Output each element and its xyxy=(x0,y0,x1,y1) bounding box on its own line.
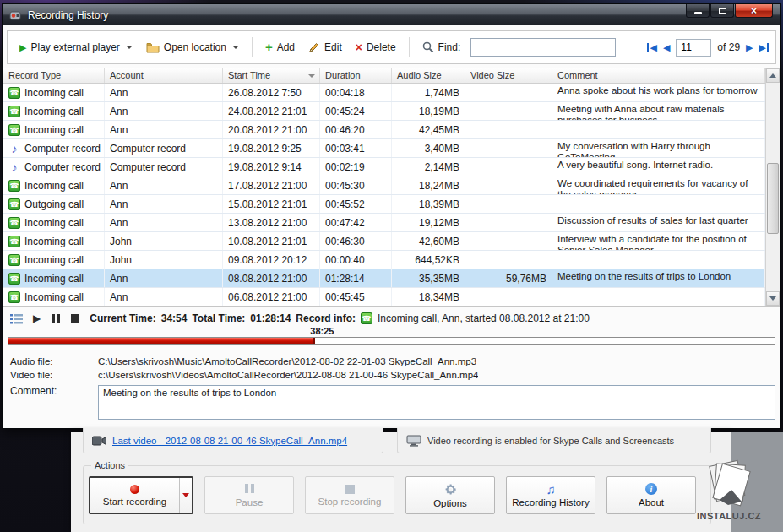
duration-cell: 00:47:42 xyxy=(320,214,392,231)
record-type-cell: Computer record xyxy=(24,161,101,173)
video-file-label: Video file: xyxy=(10,370,98,380)
pause-button[interactable] xyxy=(51,314,61,323)
instaluj-logo xyxy=(703,456,755,507)
comment-cell: We coordinated requirements for vacancy … xyxy=(552,176,765,194)
page-navigation: ◀ ◀ of 29 ▶ ▶ xyxy=(647,39,769,57)
stop-button[interactable] xyxy=(71,314,79,323)
chevron-down-icon xyxy=(232,46,239,49)
toolbar-separator xyxy=(252,37,253,57)
add-button[interactable]: + Add xyxy=(260,37,300,57)
delete-button[interactable]: × Delete xyxy=(351,37,401,57)
minimize-icon xyxy=(694,12,702,14)
table-row[interactable]: ☎Incoming call John 09.08.2012 20:12 00:… xyxy=(3,251,765,269)
titlebar[interactable]: Recording History × xyxy=(3,4,780,25)
column-header-duration[interactable]: Duration xyxy=(320,68,392,83)
record-type-cell: Incoming call xyxy=(24,236,84,247)
find-group: Find: xyxy=(417,37,466,57)
last-video-link[interactable]: Last video - 2012-08-08 21-00-46 SkypeCa… xyxy=(112,436,347,446)
start-time-cell: 08.08.2012 21:00 xyxy=(223,269,320,287)
minimize-button[interactable] xyxy=(686,4,710,18)
account-cell: Ann xyxy=(105,102,223,120)
scroll-down-button[interactable] xyxy=(766,291,780,306)
start-recording-main[interactable]: Start recording xyxy=(90,478,179,513)
column-header-account[interactable]: Account xyxy=(105,68,223,83)
column-header-start-time[interactable]: Start Time xyxy=(223,68,320,83)
column-header-video-size[interactable]: Video Size xyxy=(465,68,552,83)
incoming-call-icon: ☎ xyxy=(8,236,20,247)
edit-button[interactable]: Edit xyxy=(303,37,347,57)
start-time-cell: 09.08.2012 20:12 xyxy=(223,251,320,269)
table-row[interactable]: ☎Incoming call Ann 24.08.2012 21:01 00:4… xyxy=(3,102,765,121)
table-row[interactable]: ☎Incoming call Ann 08.08.2012 21:00 01:2… xyxy=(3,269,765,288)
table-row[interactable]: ☎Incoming call Ann 20.08.2012 21:00 00:4… xyxy=(3,121,765,139)
account-cell: Ann xyxy=(105,269,223,287)
open-location-button[interactable]: Open location xyxy=(141,37,244,57)
app-icon xyxy=(8,8,22,22)
table-row[interactable]: ☎Incoming call Ann 17.08.2012 21:00 00:4… xyxy=(3,176,765,195)
stop-icon xyxy=(345,485,355,494)
play-button[interactable]: ▶ xyxy=(33,312,41,324)
account-cell: John xyxy=(105,232,223,250)
record-type-cell: Outgoing call xyxy=(24,198,84,210)
comment-box[interactable]: Meeting on the results of trips to Londo… xyxy=(98,385,775,420)
toolbar: ▶ Play external player Open location + A… xyxy=(7,30,776,64)
desktop: Recording History × ▶ Play external play… xyxy=(0,0,783,532)
page-number-input[interactable] xyxy=(676,39,711,57)
outgoing-call-icon: ☎ xyxy=(8,198,20,210)
first-page-button[interactable]: ◀ xyxy=(647,42,656,53)
account-cell: Ann xyxy=(105,214,223,231)
actions-label: Actions xyxy=(91,460,128,470)
comment-cell: Meeting on the results of trips to Londo… xyxy=(552,269,765,287)
gear-icon xyxy=(444,483,457,496)
previous-page-button[interactable]: ◀ xyxy=(663,42,670,53)
start-time-cell: 06.08.2012 21:00 xyxy=(223,288,320,306)
column-header-start-time-label: Start Time xyxy=(228,70,270,80)
pause-recording-button[interactable]: Pause xyxy=(204,476,294,514)
recording-history-button[interactable]: ♫ Recording History xyxy=(506,476,595,514)
start-recording-dropdown[interactable] xyxy=(179,478,192,513)
duration-cell: 01:28:14 xyxy=(320,269,392,287)
column-header-audio-size[interactable]: Audio Size xyxy=(392,68,465,83)
last-page-icon xyxy=(767,43,769,52)
start-recording-button[interactable]: Start recording xyxy=(89,476,193,514)
comment-section: Comment: Meeting on the results of trips… xyxy=(3,383,780,420)
video-size-cell xyxy=(465,121,552,138)
options-button[interactable]: Options xyxy=(405,476,495,514)
comment-cell xyxy=(552,288,765,306)
column-header-record-type[interactable]: Record Type xyxy=(3,68,105,83)
pause-icon xyxy=(57,314,60,323)
play-external-player-button[interactable]: ▶ Play external player xyxy=(14,37,138,57)
play-external-player-label: Play external player xyxy=(30,41,119,53)
table-row[interactable]: ♪Computer record Computer record 19.08.2… xyxy=(3,139,765,158)
video-status-panel: Video recording is enabled for Skype Cal… xyxy=(397,428,711,453)
find-input[interactable] xyxy=(470,38,616,57)
vertical-scrollbar[interactable] xyxy=(765,68,780,306)
duration-cell: 00:00:40 xyxy=(320,251,392,269)
maximize-icon xyxy=(719,8,726,14)
video-size-cell: 59,76MB xyxy=(465,269,552,287)
play-icon: ▶ xyxy=(19,42,26,53)
table-row[interactable]: ☎Incoming call Ann 13.08.2012 21:00 00:4… xyxy=(3,214,765,232)
about-button[interactable]: i About xyxy=(606,476,696,514)
audio-size-cell: 644,52KB xyxy=(392,251,465,269)
playlist-icon[interactable] xyxy=(10,313,23,324)
table-row[interactable]: ☎Incoming call Ann 06.08.2012 21:00 00:4… xyxy=(3,288,765,306)
progress-bar[interactable] xyxy=(8,337,775,345)
scrollbar-thumb[interactable] xyxy=(767,163,779,234)
comment-cell: A very beautiful song. Internet radio. xyxy=(552,158,765,176)
record-type-cell: Incoming call xyxy=(24,180,84,192)
table-row[interactable]: ☎Outgoing call Ann 15.08.2012 21:01 00:4… xyxy=(3,195,765,214)
column-header-comment[interactable]: Comment xyxy=(552,68,765,83)
open-location-label: Open location xyxy=(164,41,226,53)
close-button[interactable]: × xyxy=(735,4,773,18)
next-page-button[interactable]: ▶ xyxy=(746,42,753,53)
video-size-cell xyxy=(465,139,552,157)
playback-status: Current Time: 34:54 Total Time: 01:28:14… xyxy=(90,312,590,324)
table-row[interactable]: ☎Incoming call John 10.08.2012 21:01 00:… xyxy=(3,232,765,251)
table-row[interactable]: ♪Computer record Computer record 19.08.2… xyxy=(3,158,765,176)
maximize-button[interactable] xyxy=(710,4,734,18)
scroll-up-button[interactable] xyxy=(766,68,780,83)
stop-recording-button[interactable]: Stop recording xyxy=(305,476,394,514)
last-page-button[interactable]: ▶ xyxy=(759,42,769,53)
table-row[interactable]: ☎Incoming call Ann 26.08.2012 7:50 00:04… xyxy=(3,84,765,102)
